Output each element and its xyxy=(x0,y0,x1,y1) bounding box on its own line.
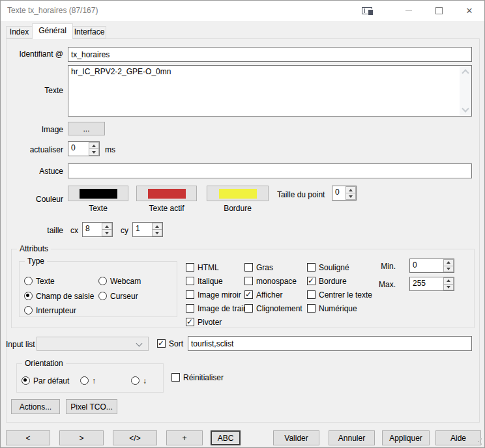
abc-button[interactable]: ABC xyxy=(211,430,241,445)
dialog-window: Texte tx_horaires (87/167) ✕ Index Génér… xyxy=(0,0,485,448)
appliquer-button[interactable]: Appliquer xyxy=(382,430,430,445)
checkbox-box xyxy=(157,339,166,348)
max-spinner[interactable]: 255 xyxy=(409,277,454,291)
checkbox-box xyxy=(307,263,316,272)
min-spinner[interactable]: 0 xyxy=(409,259,454,273)
image-browse-label: ... xyxy=(83,124,89,133)
scroll-down-icon[interactable] xyxy=(462,105,469,112)
checkbox-image-de-train[interactable]: Image de train xyxy=(186,303,248,313)
checkbox-box xyxy=(186,263,194,272)
ms-unit-label: ms xyxy=(105,145,115,155)
taille-du-point-spinner[interactable]: 0 xyxy=(332,186,357,201)
couleur-texte-button[interactable] xyxy=(68,186,128,201)
checkbox-box xyxy=(186,304,194,313)
actualiser-spinner[interactable]: 0 xyxy=(68,141,100,156)
radio-interrupteur[interactable]: Interrupteur xyxy=(24,305,76,315)
checkbox-bordure[interactable]: Bordure xyxy=(307,276,347,286)
plus-button[interactable]: + xyxy=(166,430,203,445)
cx-spinner[interactable]: 8 xyxy=(82,222,113,237)
checkbox-html[interactable]: HTML xyxy=(186,262,219,272)
checkbox-reinitialiser[interactable]: Réinitialiser xyxy=(171,372,224,382)
min-label: Min. xyxy=(372,262,396,272)
couleur-texte-caption: Texte xyxy=(68,204,128,213)
pixel-tco-button[interactable]: Pixel TCO... xyxy=(66,399,117,414)
input-list-dropdown[interactable] xyxy=(37,337,149,351)
spin-down-button[interactable] xyxy=(443,284,454,291)
textarea-scrollbar[interactable] xyxy=(460,66,471,115)
input-list-value-input[interactable] xyxy=(188,336,472,351)
spin-down-button[interactable] xyxy=(152,229,162,236)
checkbox-numerique[interactable]: Numérique xyxy=(307,303,357,313)
cy-label: cy xyxy=(121,226,128,236)
checkbox-clignotement[interactable]: Clignotement xyxy=(244,303,302,313)
checkbox-label: monospace xyxy=(256,277,297,286)
image-browse-button[interactable]: ... xyxy=(68,122,105,135)
taille-du-point-value: 0 xyxy=(332,186,345,200)
chevron-down-icon xyxy=(136,341,143,347)
actions-button-label: Actions... xyxy=(20,402,51,412)
checkbox-box xyxy=(307,290,316,299)
tab-index[interactable]: Index xyxy=(6,26,33,38)
spin-down-button[interactable] xyxy=(345,193,356,200)
texte-textarea[interactable]: hr_IC_RPV2-2_GPE-O_0mn xyxy=(68,65,472,117)
spin-down-button[interactable] xyxy=(89,148,99,156)
spin-down-button[interactable] xyxy=(102,229,112,236)
radio-champ-de-saisie[interactable]: Champ de saisie xyxy=(24,291,94,301)
down-arrow-icon: ↓ xyxy=(143,376,147,385)
minimize-icon xyxy=(405,10,412,11)
dock-window-button[interactable] xyxy=(356,1,378,21)
checkbox-label: Image miroir xyxy=(198,290,241,300)
tab-general[interactable]: Général xyxy=(32,23,73,39)
valider-button[interactable]: Valider xyxy=(273,430,319,445)
radio-texte[interactable]: Texte xyxy=(24,276,55,286)
checkbox-label: Numérique xyxy=(319,304,357,313)
close-button[interactable]: ✕ xyxy=(454,1,484,21)
next-button[interactable]: > xyxy=(59,430,104,445)
checkbox-monospace[interactable]: monospace xyxy=(244,276,297,286)
couleur-texte-actif-caption: Texte actif xyxy=(136,204,197,213)
checkbox-italique[interactable]: Italique xyxy=(186,276,223,286)
actualiser-value: 0 xyxy=(68,142,89,156)
checkbox-sort[interactable]: Sort xyxy=(157,339,183,348)
tab-interface[interactable]: Interface xyxy=(72,26,106,38)
checkbox-image-miroir[interactable]: Image miroir xyxy=(186,290,241,300)
checkbox-label: Afficher xyxy=(256,290,282,300)
radio-dot xyxy=(80,376,89,385)
tab-label: Index xyxy=(7,27,32,38)
checkbox-pivoter[interactable]: Pivoter xyxy=(186,317,222,327)
resize-grip[interactable] xyxy=(475,438,482,445)
minimize-button[interactable] xyxy=(394,1,423,21)
radio-par-defaut[interactable]: Par défaut xyxy=(22,376,69,385)
checkbox-box xyxy=(244,277,253,285)
prev-button[interactable]: < xyxy=(6,430,50,445)
checkbox-label: Gras xyxy=(256,263,273,272)
radio-up[interactable]: ↑ xyxy=(80,376,96,385)
type-title: Type xyxy=(25,257,47,266)
radio-webcam[interactable]: Webcam xyxy=(98,276,141,286)
input-list-label: Input list xyxy=(6,340,35,350)
spin-down-button[interactable] xyxy=(443,266,454,273)
couleur-texte-actif-button[interactable] xyxy=(136,186,197,201)
checkbox-label: Bordure xyxy=(319,277,347,286)
maximize-button[interactable] xyxy=(424,1,453,21)
annuler-button[interactable]: Annuler xyxy=(329,430,375,445)
scroll-up-icon[interactable] xyxy=(462,69,469,76)
checkbox-souligne[interactable]: Souligné xyxy=(307,262,349,272)
valider-button-label: Valider xyxy=(284,434,308,443)
checkbox-box xyxy=(186,318,194,326)
radio-down[interactable]: ↓ xyxy=(131,376,147,385)
checkbox-gras[interactable]: Gras xyxy=(244,262,273,272)
cy-value: 1 xyxy=(133,223,152,236)
cy-spinner[interactable]: 1 xyxy=(132,222,163,237)
tab-label: Interface xyxy=(73,27,106,38)
checkbox-centrer-le-texte[interactable]: Centrer le texte xyxy=(307,290,372,300)
actions-button[interactable]: Actions... xyxy=(11,399,60,414)
couleur-bordure-button[interactable] xyxy=(207,186,269,201)
orientation-title: Orientation xyxy=(22,359,66,369)
astuce-input[interactable] xyxy=(68,163,472,178)
code-button[interactable]: </> xyxy=(113,430,157,445)
radio-dot xyxy=(24,277,33,285)
radio-curseur[interactable]: Curseur xyxy=(98,291,138,301)
checkbox-afficher[interactable]: Afficher xyxy=(244,290,282,300)
identifiant-input[interactable] xyxy=(68,47,472,62)
